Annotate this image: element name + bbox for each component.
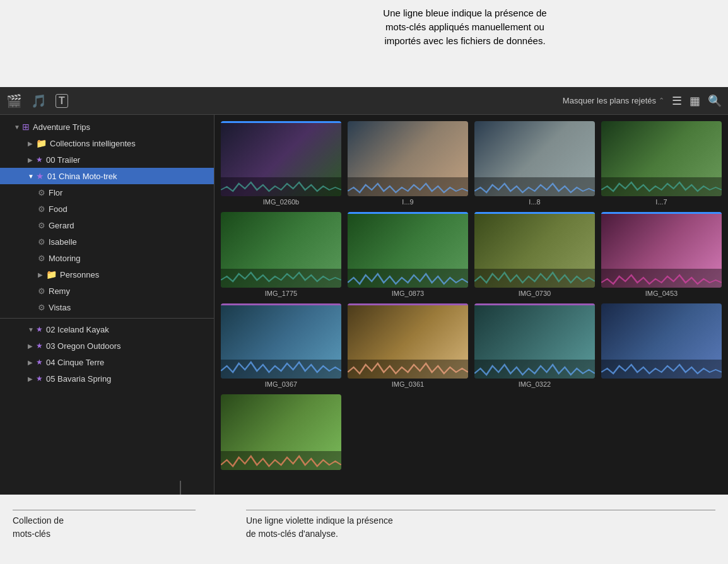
clip-label: IMG_1775 (265, 290, 297, 297)
waveform (474, 360, 595, 379)
blue-line (221, 121, 341, 123)
waveform (601, 269, 722, 288)
filmstrip-icon[interactable]: ▦ (690, 94, 700, 108)
sidebar-item-gerard[interactable]: ⚙ Gerard (0, 217, 214, 233)
sidebar-label: 05 Bavaria Spring (46, 374, 111, 384)
clip-cell[interactable]: IMG_0361 (348, 303, 468, 388)
chevron-icon: ⌃ (659, 97, 664, 105)
waveform (601, 177, 722, 196)
keyword-icon: ⚙ (38, 204, 45, 214)
clip-label: IMG_0367 (265, 380, 297, 388)
clip-cell[interactable]: I...9 (348, 121, 468, 206)
sidebar-item-remy[interactable]: ⚙ Remy (0, 283, 214, 299)
waveform (221, 269, 341, 288)
sidebar-item-04-cinque[interactable]: ★ 04 Cinque Terre (0, 354, 214, 370)
clip-cell[interactable]: IMG_0260b (221, 121, 341, 206)
clip-cell[interactable]: I...7 (601, 121, 722, 206)
keyword-icon: ⚙ (38, 237, 45, 247)
sidebar-item-00-trailer[interactable]: ★ 00 Trailer (0, 151, 214, 168)
sidebar-item-01-china[interactable]: ★ 01 China Moto-trek (0, 168, 214, 184)
music-icon[interactable]: 🎵 (31, 93, 47, 109)
clip-cell[interactable]: IMG_0453 (601, 212, 722, 297)
sidebar-item-personnes[interactable]: 📁 Personnes (0, 266, 214, 283)
expand-icon (38, 271, 44, 278)
clip-label: IMG_0361 (392, 380, 424, 388)
clip-thumbnail (474, 121, 595, 196)
text-icon[interactable]: T (56, 94, 68, 108)
expand-icon (28, 156, 34, 163)
waveform (348, 269, 468, 288)
sidebar-label: 01 China Moto-trek (47, 172, 117, 181)
sidebar-item-food[interactable]: ⚙ Food (0, 201, 214, 217)
grid-container: IMG_0260b I...9 (221, 121, 722, 472)
clip-thumbnail (348, 303, 468, 379)
clip-label: IMG_0260b (263, 198, 299, 206)
bottom-right-line2: de mots-clés d'analyse. (246, 529, 338, 539)
clip-cell[interactable]: IMG_0367 (221, 303, 341, 388)
clip-cell[interactable]: IMG_0873 (348, 212, 468, 297)
waveform (348, 360, 468, 379)
waveform (221, 360, 341, 379)
sidebar-item-adventure-trips[interactable]: ⊞ Adventure Trips (0, 119, 214, 135)
folder-icon: 📁 (36, 138, 47, 148)
expand-icon (28, 343, 34, 349)
bottom-right-line1: Une ligne violette indique la présence (246, 515, 393, 526)
clip-thumbnail (221, 212, 341, 287)
top-annotation-area: Une ligne bleue indique la présence de m… (0, 0, 728, 87)
annotation-line3: importés avec les fichiers de données. (384, 35, 545, 46)
clip-thumbnail (601, 212, 722, 287)
toolbar: 🎬 🎵 T Masquer les plans rejetés ⌃ ☰ ▦ 🔍 (0, 87, 728, 115)
sidebar-item-smart-collections[interactable]: 📁 Collections intelligentes (0, 135, 214, 151)
blue-line (601, 212, 722, 214)
star-icon: ★ (36, 374, 43, 383)
clip-label: IMG_0322 (519, 380, 551, 388)
sidebar-item-motoring[interactable]: ⚙ Motoring (0, 250, 214, 266)
sidebar-label: Flor (49, 188, 62, 197)
toolbar-left: 🎬 🎵 T (6, 93, 68, 109)
expand-icon (28, 140, 34, 146)
sidebar-item-vistas[interactable]: ⚙ Vistas (0, 299, 214, 315)
media-grid: IMG_0260b I...9 (214, 115, 728, 495)
keyword-icon: ⚙ (38, 188, 45, 197)
search-icon[interactable]: 🔍 (708, 94, 722, 108)
clip-cell[interactable]: IMG_0730 (474, 212, 595, 297)
clip-cell[interactable]: I...8 (474, 121, 595, 206)
filter-dropdown[interactable]: Masquer les plans rejetés ⌃ (563, 96, 664, 105)
sidebar: ⊞ Adventure Trips 📁 Collections intellig… (0, 115, 214, 495)
clip-thumbnail (601, 303, 722, 379)
bottom-left-line1: Collection de (13, 515, 64, 526)
clip-cell[interactable]: IMG_0322 (474, 303, 595, 388)
keyword-icon: ⚙ (38, 286, 45, 296)
clip-cell[interactable] (601, 303, 722, 388)
blue-line (348, 212, 468, 214)
keyword-icon: ⚙ (38, 303, 45, 312)
sidebar-item-isabelle[interactable]: ⚙ Isabelle (0, 233, 214, 250)
clip-thumbnail (221, 394, 341, 469)
waveform (221, 451, 341, 470)
list-view-icon[interactable]: ☰ (672, 94, 682, 108)
sidebar-item-flor[interactable]: ⚙ Flor (0, 184, 214, 201)
expand-icon (28, 326, 34, 332)
sidebar-item-03-oregon[interactable]: ★ 03 Oregon Outdoors (0, 338, 214, 354)
clip-cell[interactable]: IMG_1775 (221, 212, 341, 297)
star-icon: ★ (36, 155, 43, 164)
toolbar-right: Masquer les plans rejetés ⌃ ☰ ▦ 🔍 (563, 94, 722, 108)
sidebar-label: Adventure Trips (33, 122, 90, 132)
sidebar-item-05-bavaria[interactable]: ★ 05 Bavaria Spring (0, 370, 214, 387)
sidebar-label: Personnes (60, 270, 99, 279)
keyword-icon: ⚙ (38, 221, 45, 230)
sidebar-label: Food (49, 204, 68, 214)
keyword-icon: ⚙ (38, 254, 45, 263)
folder-icon: 📁 (46, 269, 57, 279)
sidebar-label: Isabelle (49, 237, 77, 247)
filter-label: Masquer les plans rejetés (563, 96, 656, 105)
waveform (474, 269, 595, 288)
star-icon[interactable]: 🎬 (6, 93, 22, 109)
sidebar-label: Remy (49, 286, 70, 296)
sidebar-label: Motoring (49, 254, 81, 263)
sidebar-item-02-iceland[interactable]: ★ 02 Iceland Kayak (0, 321, 214, 338)
expand-icon (28, 359, 34, 365)
clip-cell[interactable] (221, 394, 341, 471)
clip-label: IMG_0873 (392, 290, 424, 297)
clip-thumbnail (474, 303, 595, 379)
